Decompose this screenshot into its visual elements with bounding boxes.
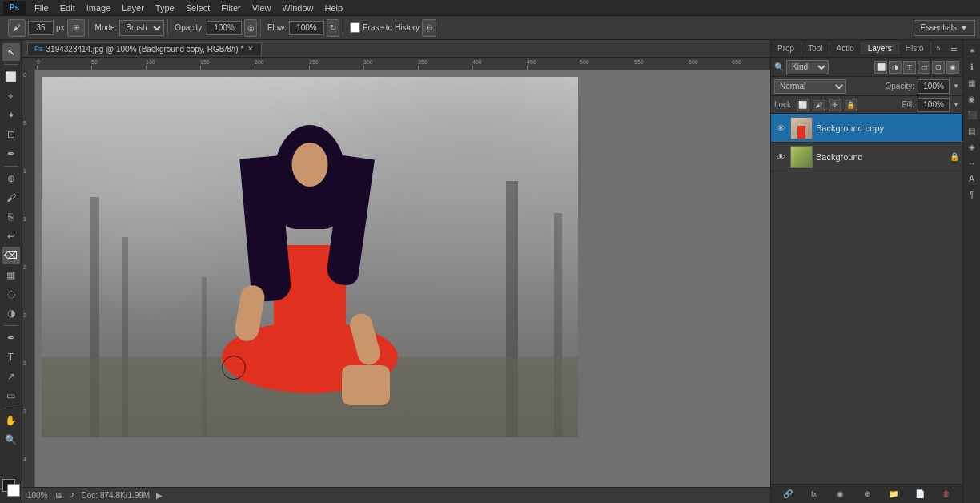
menu-type[interactable]: Type	[150, 2, 180, 14]
lock-all-button[interactable]: 🔒	[845, 99, 858, 111]
lock-position-button[interactable]: ✛	[829, 99, 841, 111]
filter-toggle-icon[interactable]: ◉	[946, 61, 959, 74]
tab-prop[interactable]: Prop	[771, 42, 801, 54]
dodge-tool[interactable]: ◑	[2, 304, 20, 322]
menu-filter[interactable]: Filter	[215, 2, 246, 14]
new-layer-button[interactable]: 📄	[913, 487, 927, 501]
menu-edit[interactable]: Edit	[54, 2, 81, 14]
tab-action[interactable]: Actio	[829, 42, 861, 54]
tab-layers[interactable]: Layers	[862, 42, 899, 54]
histogram-icon[interactable]: ▦	[965, 75, 979, 90]
clone-stamp-tool[interactable]: ⎘	[2, 208, 20, 226]
background-color[interactable]	[7, 484, 20, 497]
menu-layer[interactable]: Layer	[116, 2, 150, 14]
layer-item-background[interactable]: 👁 Background 🔒	[771, 143, 962, 171]
lock-transparent-button[interactable]: ⬜	[797, 99, 809, 111]
document-tab[interactable]: Ps 3194323414.jpg @ 100% (Background cop…	[27, 42, 262, 55]
opacity-input[interactable]: 100%	[207, 21, 242, 35]
blend-mode-select[interactable]: Normal Multiply Screen Overlay	[774, 79, 846, 94]
brush-tool[interactable]: 🖌	[2, 189, 20, 207]
filter-smart-icon[interactable]: ⊡	[932, 61, 945, 74]
layer-visibility-background[interactable]: 👁	[774, 151, 787, 163]
status-arrow[interactable]: ▶	[156, 491, 163, 500]
blur-tool[interactable]: ◌	[2, 285, 20, 303]
menu-file[interactable]: File	[29, 2, 54, 14]
opacity-arrow-icon[interactable]: ▼	[953, 82, 959, 90]
styles-icon[interactable]: ◈	[965, 139, 979, 154]
opacity-icon[interactable]: ◎	[244, 19, 257, 37]
workspace-selector[interactable]: Essentials ▼	[914, 20, 975, 36]
color-wheel-icon[interactable]: ◉	[965, 91, 979, 106]
canvas-display[interactable]	[35, 70, 770, 487]
mode-select[interactable]: Brush Pencil	[119, 20, 164, 36]
search-icon: 🔍	[774, 62, 784, 71]
ruler-mark-500: 500	[580, 59, 589, 65]
marquee-tool[interactable]: ⬜	[2, 68, 20, 86]
filter-type-icon[interactable]: T	[903, 61, 916, 74]
menu-view[interactable]: View	[247, 2, 277, 14]
text-tool[interactable]: T	[2, 348, 20, 366]
move-tool[interactable]: ↖	[2, 43, 20, 61]
filter-shape-icon[interactable]: ▭	[918, 61, 930, 74]
lock-pixels-button[interactable]: 🖌	[813, 99, 825, 111]
fill-arrow-icon[interactable]: ▼	[953, 101, 959, 108]
ruler-row: 0 50 100 150 200 250 300 350 400 450	[22, 58, 770, 70]
crop-tool[interactable]: ⊡	[2, 126, 20, 143]
history-icon[interactable]: ⊙	[422, 19, 436, 37]
swatches-icon[interactable]: ⬛	[965, 107, 979, 122]
tab-tool[interactable]: Tool	[801, 42, 829, 54]
link-layers-button[interactable]: 🔗	[781, 487, 795, 501]
brush-preset-button[interactable]: 🖌	[8, 19, 26, 37]
fill-value-input[interactable]	[918, 98, 950, 112]
new-group-button[interactable]: 📁	[886, 487, 901, 501]
layer-item-background-copy[interactable]: 👁 Background copy	[771, 114, 962, 143]
image-canvas[interactable]	[42, 77, 578, 437]
quick-select-tool[interactable]: ✦	[2, 107, 20, 124]
erase-history-checkbox[interactable]	[350, 22, 360, 33]
menu-select[interactable]: Select	[180, 2, 216, 14]
ruler-mark-250: 250	[309, 59, 319, 65]
menu-help[interactable]: Help	[319, 2, 348, 14]
layer-visibility-background-copy[interactable]: 👁	[774, 122, 787, 135]
panel-more-icon[interactable]: »	[931, 42, 946, 54]
filter-pixel-icon[interactable]: ⬜	[874, 61, 887, 74]
menu-window[interactable]: Window	[276, 2, 319, 14]
ruler-mark-150: 150	[200, 59, 210, 65]
color-swatch-container[interactable]	[2, 479, 20, 497]
hand-tool[interactable]: ✋	[2, 412, 20, 429]
flow-input[interactable]: 100%	[289, 21, 324, 35]
ruler-mark-550: 550	[634, 59, 644, 65]
eyedropper-tool[interactable]: ✒	[2, 145, 20, 163]
layer-fx-button[interactable]: fx	[807, 487, 821, 501]
opacity-value-input[interactable]	[918, 79, 950, 94]
zoom-tool[interactable]: 🔍	[2, 431, 20, 449]
transform-icon[interactable]: ↔	[965, 155, 979, 170]
healing-tool[interactable]: ⊕	[2, 170, 20, 187]
filter-adjustment-icon[interactable]: ◑	[889, 61, 902, 74]
layer-kind-select[interactable]: Kind Name Effect	[786, 60, 829, 74]
flow-icon[interactable]: ↻	[327, 19, 339, 37]
document-close-button[interactable]: ✕	[247, 45, 255, 53]
shape-tool[interactable]: ▭	[2, 387, 20, 404]
menu-image[interactable]: Image	[81, 2, 117, 14]
gradient-tool[interactable]: ▦	[2, 266, 20, 284]
tab-history[interactable]: Histo	[899, 42, 931, 54]
pen-tool[interactable]: ✒	[2, 329, 20, 347]
history-brush-tool[interactable]: ↩	[2, 227, 20, 245]
ruler-tick-350	[418, 66, 419, 70]
eraser-tool[interactable]: ⌫	[2, 247, 20, 264]
brush-adjust-button[interactable]: ⊞	[67, 19, 85, 37]
panel-menu-icon[interactable]: ☰	[946, 42, 962, 54]
adjustments-icon[interactable]: ▤	[965, 123, 979, 138]
character-icon[interactable]: ¶	[965, 187, 979, 202]
info-icon[interactable]: ℹ	[965, 59, 979, 74]
type-icon[interactable]: A	[965, 171, 979, 186]
adjustment-layer-button[interactable]: ⊕	[860, 487, 874, 501]
lasso-tool[interactable]: ⌖	[2, 87, 20, 105]
panel-collapse-icon[interactable]: ✶	[965, 43, 979, 58]
delete-layer-button[interactable]: 🗑	[939, 487, 954, 501]
ruler-mark-0: 0	[37, 59, 40, 65]
brush-size-input[interactable]: 35	[28, 21, 54, 35]
path-select-tool[interactable]: ↗	[2, 368, 20, 385]
layer-mask-button[interactable]: ◉	[833, 487, 848, 501]
